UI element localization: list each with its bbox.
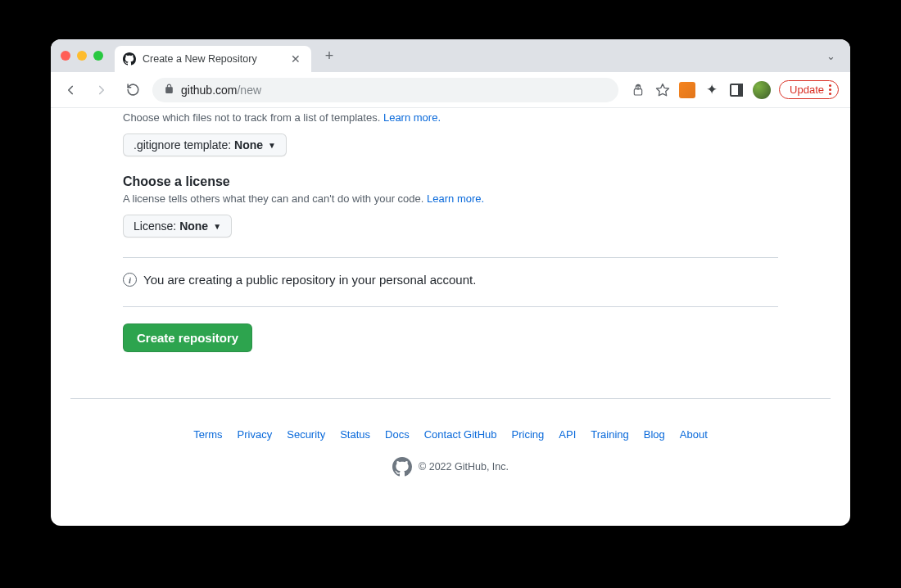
divider xyxy=(123,306,778,307)
footer-link-contact[interactable]: Contact GitHub xyxy=(424,428,497,441)
footer-link-api[interactable]: API xyxy=(559,428,576,441)
page-footer: Terms Privacy Security Status Docs Conta… xyxy=(70,398,831,501)
footer-link-pricing[interactable]: Pricing xyxy=(512,428,545,441)
page-content: Choose which files not to track from a l… xyxy=(51,108,850,526)
browser-window: Create a New Repository ✕ + ⌄ github.com… xyxy=(51,39,850,526)
new-repo-form: Choose which files not to track from a l… xyxy=(123,111,778,369)
info-icon: i xyxy=(123,273,137,287)
address-bar[interactable]: github.com/new xyxy=(152,78,618,102)
github-logo-icon xyxy=(392,457,412,477)
license-learn-more-link[interactable]: Learn more. xyxy=(427,192,484,205)
visibility-info: i You are creating a public repository i… xyxy=(123,273,778,287)
update-browser-button[interactable]: Update xyxy=(779,80,839,99)
reader-mode-icon[interactable] xyxy=(728,82,745,98)
reload-button[interactable] xyxy=(121,79,144,102)
tab-bar: Create a New Repository ✕ + ⌄ xyxy=(51,39,850,72)
gitignore-learn-more-link[interactable]: Learn more. xyxy=(383,111,441,124)
svg-marker-1 xyxy=(657,84,669,95)
gitignore-template-select[interactable]: .gitignore template: None▼ xyxy=(123,133,287,156)
back-button[interactable] xyxy=(59,79,82,102)
caret-down-icon: ▼ xyxy=(268,141,276,150)
update-label: Update xyxy=(790,84,824,96)
license-help-text: A license tells others what they can and… xyxy=(123,192,778,205)
tab-overflow-button[interactable]: ⌄ xyxy=(822,50,840,62)
new-tab-button[interactable]: + xyxy=(318,44,341,67)
copyright-text: © 2022 GitHub, Inc. xyxy=(419,461,509,473)
license-section: Choose a license A license tells others … xyxy=(123,174,778,237)
footer-link-terms[interactable]: Terms xyxy=(193,428,222,441)
extensions-icon[interactable]: ✦ xyxy=(704,82,720,98)
footer-link-security[interactable]: Security xyxy=(287,428,325,441)
browser-toolbar: github.com/new ✦ Update xyxy=(51,72,850,108)
footer-link-status[interactable]: Status xyxy=(340,428,370,441)
url-text: github.com/new xyxy=(181,84,261,97)
profile-avatar[interactable] xyxy=(753,81,771,99)
footer-link-blog[interactable]: Blog xyxy=(644,428,665,441)
footer-link-docs[interactable]: Docs xyxy=(385,428,410,441)
tab-title: Create a New Repository xyxy=(143,53,282,65)
close-window-button[interactable] xyxy=(61,51,70,61)
kebab-menu-icon xyxy=(829,84,831,95)
share-icon[interactable] xyxy=(630,82,646,98)
divider xyxy=(123,257,778,258)
gitignore-help-text: Choose which files not to track from a l… xyxy=(123,111,778,124)
metamask-extension-icon[interactable] xyxy=(679,82,695,98)
minimize-window-button[interactable] xyxy=(77,51,87,61)
maximize-window-button[interactable] xyxy=(93,51,103,61)
toolbar-actions: ✦ Update xyxy=(627,80,842,99)
lock-icon xyxy=(164,84,174,97)
footer-link-about[interactable]: About xyxy=(680,428,708,441)
visibility-info-text: You are creating a public repository in … xyxy=(143,273,476,287)
window-controls xyxy=(61,51,103,61)
license-select[interactable]: License: None▼ xyxy=(123,215,232,237)
footer-copyright: © 2022 GitHub, Inc. xyxy=(70,457,831,477)
create-repository-button[interactable]: Create repository xyxy=(123,323,252,352)
footer-link-training[interactable]: Training xyxy=(591,428,628,441)
bookmark-star-icon[interactable] xyxy=(654,82,671,98)
github-icon xyxy=(123,52,136,66)
browser-tab[interactable]: Create a New Repository ✕ xyxy=(115,46,311,72)
forward-button[interactable] xyxy=(90,79,113,102)
license-heading: Choose a license xyxy=(123,174,778,189)
caret-down-icon: ▼ xyxy=(213,222,221,231)
footer-link-privacy[interactable]: Privacy xyxy=(238,428,273,441)
footer-links: Terms Privacy Security Status Docs Conta… xyxy=(70,428,831,441)
close-tab-button[interactable]: ✕ xyxy=(288,52,303,66)
